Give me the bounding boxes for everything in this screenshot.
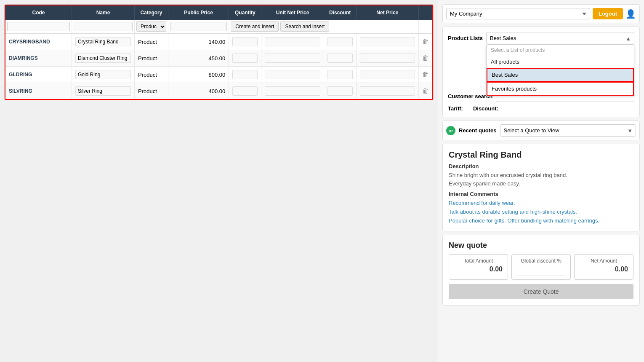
tariff-discount-row: Tariff: Discount: [448, 105, 634, 112]
row-name [72, 83, 134, 100]
or-badge: or [446, 126, 455, 135]
global-discount-input[interactable] [517, 265, 565, 276]
dropdown-item-best-sales[interactable]: Best Sales [487, 68, 634, 82]
tariff-item: Tariff: [448, 105, 465, 112]
product-lists-select[interactable]: Best Sales [486, 32, 634, 44]
description-text: Shine bright with our encrusted crystal … [449, 171, 633, 188]
row-name-input[interactable] [75, 54, 131, 63]
dropdown-item-favorites[interactable]: Favorites products [487, 82, 634, 96]
product-lists-dropdown: Select a List of products All products B… [486, 44, 634, 96]
total-amount-label: Total Amount [454, 258, 503, 264]
row-price: 450.00 [168, 50, 229, 67]
row-name [72, 67, 134, 83]
description-label: Description [449, 163, 633, 169]
company-select[interactable]: My Company [446, 8, 590, 19]
product-detail-card: Crystal Ring Band Description Shine brig… [442, 144, 640, 231]
comment-line-3: Popular choice for gifts. Offer bundling… [449, 217, 599, 224]
delete-row-button[interactable]: 🗑 [422, 87, 429, 95]
recent-quotes-row: or Recent quotes Select a Quote to View … [442, 121, 640, 140]
net-amount-label: Net Amount [580, 258, 628, 264]
global-discount-label: Global discount % [517, 258, 565, 264]
row-net-price-input[interactable] [360, 70, 415, 79]
col-category: Category [135, 5, 168, 20]
filter-row: Produc Product Create and insert Search … [5, 20, 433, 34]
category-filter-select[interactable]: Produc Product [136, 21, 166, 32]
row-discount-input[interactable] [327, 54, 353, 63]
search-and-insert-button[interactable]: Search and insert [280, 21, 329, 32]
name-filter-input[interactable] [74, 22, 133, 31]
product-lists-row: Product Lists Best Sales ▲ Select a List… [448, 32, 634, 44]
comments-label: Internal Comments [449, 191, 633, 197]
row-quantity-input[interactable] [232, 54, 258, 63]
lists-select-wrapper: Best Sales ▲ Select a List of products A… [486, 32, 634, 44]
discount-label: Discount: [473, 105, 498, 112]
row-name-input[interactable] [75, 37, 131, 46]
col-public-price: Public Price [168, 5, 229, 20]
table-row: CRYSRINGBAND Product 140.00 🗑 [5, 34, 433, 50]
product-lists-label: Product Lists [448, 35, 483, 41]
row-net-price-input[interactable] [360, 86, 415, 96]
comment-line-1: Recommend for daily wear. [449, 200, 515, 206]
row-unit-net-price-input[interactable] [265, 54, 320, 63]
row-price: 140.00 [168, 34, 229, 50]
row-quantity-input[interactable] [232, 70, 258, 79]
row-unit-net-price-input[interactable] [265, 70, 320, 79]
row-discount-input[interactable] [327, 86, 353, 96]
dropdown-hint: Select a List of products [487, 45, 634, 56]
logout-button[interactable]: Logout [593, 8, 623, 19]
row-category: Product [135, 67, 168, 83]
row-name [72, 34, 134, 50]
delete-row-button[interactable]: 🗑 [422, 71, 429, 78]
new-quote-card: New quote Total Amount 0.00 Global disco… [442, 235, 640, 306]
quote-amounts: Total Amount 0.00 Global discount % Net … [449, 254, 633, 280]
col-actions [419, 5, 433, 20]
row-net-price-input[interactable] [360, 37, 415, 46]
row-quantity-input[interactable] [232, 37, 258, 46]
recent-quotes-select[interactable]: Select a Quote to View [500, 124, 636, 137]
row-price: 800.00 [168, 67, 229, 83]
row-unit-net-price-input[interactable] [265, 86, 320, 96]
net-amount-box: Net Amount 0.00 [574, 254, 633, 280]
row-category: Product [135, 34, 168, 50]
sidebar: My Company Logout 👤 Product Lists Best S… [438, 0, 644, 362]
create-and-insert-button[interactable]: Create and insert [231, 21, 279, 32]
total-amount-value: 0.00 [454, 265, 503, 273]
col-discount: Discount [324, 5, 356, 20]
product-table: Code Name Category Public Price Quantity… [5, 5, 433, 100]
user-icon: 👤 [625, 9, 636, 19]
row-category: Product [135, 83, 168, 100]
row-quantity-input[interactable] [232, 86, 258, 96]
delete-row-button[interactable]: 🗑 [422, 54, 429, 62]
col-code: Code [5, 5, 72, 20]
quotes-select-wrapper: Select a Quote to View ▼ [500, 124, 636, 137]
row-price: 400.00 [168, 83, 229, 100]
create-quote-button[interactable]: Create Quote [449, 284, 633, 299]
code-filter-input[interactable] [7, 22, 70, 31]
price-filter-input[interactable] [170, 22, 227, 31]
discount-item: Discount: [473, 105, 500, 112]
net-amount-value: 0.00 [580, 265, 628, 273]
row-net-price-input[interactable] [360, 54, 415, 63]
product-lists-section: Product Lists Best Sales ▲ Select a List… [442, 27, 640, 117]
table-row: DIAMRINGS Product 450.00 🗑 [5, 50, 433, 67]
table-row: SILVRING Product 400.00 🗑 [5, 83, 433, 100]
row-code: CRYSRINGBAND [5, 34, 72, 50]
row-name-input[interactable] [75, 86, 131, 96]
row-discount-input[interactable] [327, 37, 353, 46]
table-row: GLDRING Product 800.00 🗑 [5, 67, 433, 83]
col-net-price: Net Price [356, 5, 418, 20]
col-name: Name [72, 5, 134, 20]
product-detail-title: Crystal Ring Band [449, 150, 633, 160]
delete-row-button[interactable]: 🗑 [422, 38, 429, 46]
dropdown-item-all-products[interactable]: All products [487, 56, 634, 68]
new-quote-title: New quote [449, 241, 633, 250]
recent-quotes-label: Recent quotes [459, 127, 497, 134]
row-unit-net-price-input[interactable] [265, 37, 320, 46]
row-category: Product [135, 50, 168, 67]
row-name [72, 50, 134, 67]
row-code: DIAMRINGS [5, 50, 72, 67]
row-discount-input[interactable] [327, 70, 353, 79]
comment-line-2: Talk about its durable setting and high-… [449, 209, 577, 215]
row-name-input[interactable] [75, 70, 131, 79]
col-unit-net-price: Unit Net Price [261, 5, 324, 20]
